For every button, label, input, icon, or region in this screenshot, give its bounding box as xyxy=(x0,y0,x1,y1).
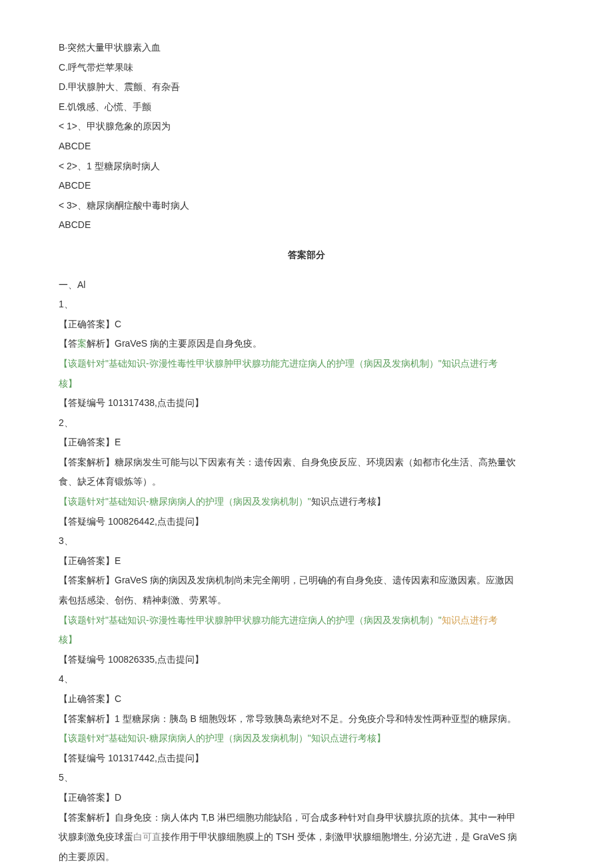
analysis-2-gray: 白可直 xyxy=(133,831,161,842)
answer-3-num: 3、 xyxy=(59,532,554,550)
option-c: C.呼气带烂苹果味 xyxy=(59,59,554,77)
answer-3-correct: 【正确答案】E xyxy=(59,552,554,570)
subquestion-2-answer: ABCDE xyxy=(59,177,554,195)
section-label: 一、Al xyxy=(59,276,554,294)
subquestion-3: < 3>、糖尿病酮症酸中毒时病人 xyxy=(59,197,554,215)
answer-4-qid: 【答疑编号 101317442,点击提问】 xyxy=(59,749,554,767)
subquestion-1: < 1>、甲状腺危象的原因为 xyxy=(59,117,554,135)
topic-green: 【该题针对"基础知识-弥漫性毒性甲状腺肿甲状腺功能亢进症病人的护理（病因及发病机… xyxy=(59,615,442,625)
answer-3-analysis-1: 【答案解析】GraVeS 病的病因及发病机制尚未完全阐明，已明确的有自身免疫、遗… xyxy=(59,571,554,589)
analysis-2b: 接作用于甲状腺细胞膜上的 TSH 受体，刺激甲状腺细胞增生, 分泌亢进，是 Gr… xyxy=(161,831,517,842)
answer-5-num: 5、 xyxy=(59,769,554,787)
answer-5-analysis-1: 【答案解析】自身免疫：病人体内 T,B 淋巴细胞功能缺陷，可合成多种针对自身甲状… xyxy=(59,809,554,827)
answer-2-topic: 【该题针对"基础知识-糖尿病病人的护理（病因及发病机制）"知识点进行考核】 xyxy=(59,493,554,511)
topic-black: 知识点进行考核】 xyxy=(311,496,386,507)
answer-4-num: 4、 xyxy=(59,670,554,688)
answer-1-topic-2: 核】 xyxy=(59,375,554,393)
subquestion-2: < 2>、1 型糖尿病时病人 xyxy=(59,157,554,175)
analysis-rest: 解析】GraVeS 病的主要原因是自身免疫。 xyxy=(87,338,262,349)
answer-4-correct: 【止确答案】C xyxy=(59,690,554,708)
answer-3-qid: 【答疑编号 100826335,点击提问】 xyxy=(59,651,554,669)
answer-3-topic-2: 核】 xyxy=(59,631,554,649)
answer-4-analysis: 【答案解析】1 型糖尿病：胰岛 B 细胞毁坏，常导致胰岛素绝对不足。分免疫介导和… xyxy=(59,710,554,728)
answer-1-correct: 【正确答案】C xyxy=(59,315,554,333)
answer-5-analysis-3: 的主要原因。 xyxy=(59,848,554,866)
answer-5-correct: 【正确答案】D xyxy=(59,789,554,807)
answer-1-analysis: 【答案解析】GraVeS 病的主要原因是自身免疫。 xyxy=(59,335,554,353)
option-d: D.甲状腺肿大、震颤、有杂吾 xyxy=(59,78,554,96)
answer-2-correct: 【正确答案】E xyxy=(59,433,554,451)
answer-1-topic-1: 【该题针对"基础知识-弥漫性毒性甲状腺肿甲状腺功能亢进症病人的护理（病因及发病机… xyxy=(59,355,554,373)
analysis-prefix: 【答 xyxy=(59,338,77,349)
answer-4-topic: 【该题针对"基础知识-糖尿病病人的护理（病因及发病机制）"知识点进行考核】 xyxy=(59,729,554,747)
answer-3-analysis-2: 素包括感染、创伤、精神刺激、劳累等。 xyxy=(59,591,554,609)
answer-5-analysis-2: 状腺刺激免疫球蛋白可直接作用于甲状腺细胞膜上的 TSH 受体，刺激甲状腺细胞增生… xyxy=(59,828,554,846)
subquestion-1-answer: ABCDE xyxy=(59,137,554,155)
answer-3-topic-1: 【该题针对"基础知识-弥漫性毒性甲状腺肿甲状腺功能亢进症病人的护理（病因及发病机… xyxy=(59,611,554,629)
answers-section-title: 答案部分 xyxy=(59,246,554,264)
answer-1-qid: 【答疑编号 101317438,点击提问】 xyxy=(59,394,554,412)
option-e: E.饥饿感、心慌、手颤 xyxy=(59,98,554,116)
answer-1-num: 1、 xyxy=(59,295,554,313)
topic-green: 【该题针对"基础知识-糖尿病病人的护理（病因及发病机制）" xyxy=(59,496,311,507)
option-b: B·突然大量甲状腺素入血 xyxy=(59,39,554,57)
answer-2-analysis-1: 【答案解析】糖尿病发生可能与以下因素有关：遗传因素、自身免疫反应、环境因素（如都… xyxy=(59,453,554,471)
topic-orange: 知识点进行考 xyxy=(442,615,498,625)
answer-2-qid: 【答疑编号 100826442,点击提问】 xyxy=(59,513,554,531)
analysis-2a: 状腺刺激免疫球蛋 xyxy=(59,831,133,842)
analysis-highlight: 案 xyxy=(77,338,87,349)
answer-2-num: 2、 xyxy=(59,414,554,432)
subquestion-3-answer: ABCDE xyxy=(59,216,554,234)
answer-2-analysis-2: 食、缺乏体育锻炼等）。 xyxy=(59,473,554,491)
